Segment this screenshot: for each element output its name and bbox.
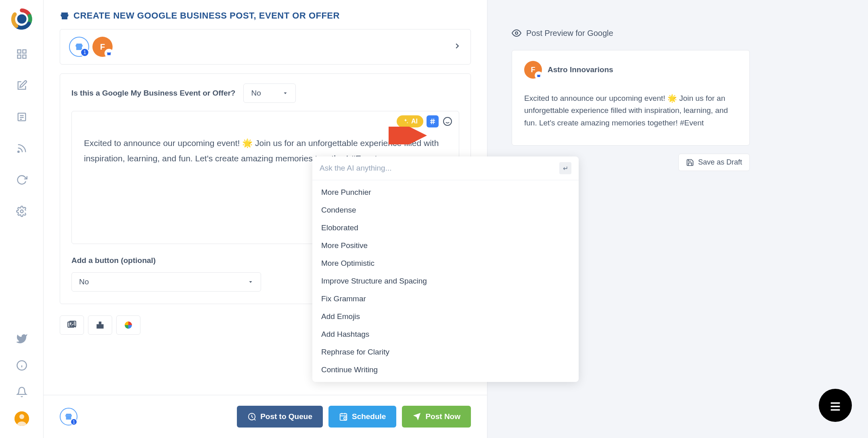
svg-rect-3 xyxy=(17,55,21,58)
ai-dropdown: ↵ More Punchier Condense Eloborated More… xyxy=(312,156,579,382)
ai-option[interactable]: More Optimistic xyxy=(312,254,579,272)
nav-compose[interactable] xyxy=(15,78,29,93)
ai-options-list: More Punchier Condense Eloborated More P… xyxy=(312,180,579,382)
preview-body-text: Excited to announce our upcoming event! … xyxy=(524,92,737,129)
page-title-row: CREATE NEW GOOGLE BUSINESS POST, EVENT O… xyxy=(60,10,471,21)
svg-rect-1 xyxy=(17,50,21,53)
sidebar xyxy=(0,0,44,438)
eye-icon xyxy=(512,28,521,38)
post-to-queue-label: Post to Queue xyxy=(260,412,312,421)
ai-option[interactable]: Condense xyxy=(312,201,579,219)
ai-prompt-input[interactable] xyxy=(320,164,559,173)
hashtag-button[interactable] xyxy=(427,115,439,127)
emoji-button[interactable] xyxy=(442,116,453,127)
preview-card: F Astro Innovarions Excited to announce … xyxy=(512,50,750,146)
preview-account-avatar: F xyxy=(524,61,542,79)
svg-rect-32 xyxy=(99,321,102,324)
ai-submit-button[interactable]: ↵ xyxy=(559,162,571,174)
footer: 1 Post to Queue Schedule Post Now xyxy=(44,395,487,438)
save-draft-label: Save as Draft xyxy=(698,158,742,167)
nav-notifications[interactable] xyxy=(15,385,29,399)
ai-option[interactable]: Fix Grammar xyxy=(312,290,579,308)
svg-rect-43 xyxy=(538,75,540,77)
svg-rect-18 xyxy=(107,53,111,55)
event-offer-select[interactable]: No xyxy=(243,83,296,103)
post-now-label: Post Now xyxy=(425,412,460,421)
footer-account-badge: 1 xyxy=(70,418,77,425)
svg-rect-31 xyxy=(96,324,103,329)
google-business-avatar: 1 xyxy=(69,37,89,57)
ai-option[interactable]: Add Emojis xyxy=(312,308,579,325)
svg-point-30 xyxy=(71,323,73,324)
ai-option[interactable]: Continue Writing xyxy=(312,361,579,379)
app-logo xyxy=(10,7,33,31)
fab-menu-button[interactable] xyxy=(819,389,852,422)
ai-option[interactable]: Improve Structure and Spacing xyxy=(312,272,579,290)
post-now-button[interactable]: Post Now xyxy=(402,406,471,428)
ai-option[interactable]: Rephrase for Clarity xyxy=(312,343,579,361)
preview-header-text: Post Preview for Google xyxy=(526,29,613,38)
account-avatar: F xyxy=(92,37,113,57)
account-count-badge: 1 xyxy=(80,48,89,57)
preview-avatar-letter: F xyxy=(531,66,535,74)
ai-option[interactable]: Eloborated xyxy=(312,219,579,237)
event-offer-label: Is this a Google My Business Event or Of… xyxy=(71,89,235,98)
svg-point-10 xyxy=(20,210,23,213)
nav-news[interactable] xyxy=(15,110,29,124)
account-avatar-letter: F xyxy=(100,42,105,52)
annotation-arrow xyxy=(389,127,429,144)
post-to-queue-button[interactable]: Post to Queue xyxy=(237,406,323,428)
nav-twitter[interactable] xyxy=(15,332,29,346)
editor-toolbar: AI xyxy=(397,115,453,127)
shop-icon xyxy=(60,11,69,21)
save-as-draft-button[interactable]: Save as Draft xyxy=(678,154,750,171)
svg-point-24 xyxy=(443,117,452,125)
add-button-value: No xyxy=(79,277,89,286)
svg-marker-27 xyxy=(249,281,252,283)
preview-header: Post Preview for Google xyxy=(512,28,852,38)
svg-point-15 xyxy=(19,414,24,419)
nav-rss[interactable] xyxy=(15,141,29,156)
schedule-label: Schedule xyxy=(352,412,386,421)
svg-point-0 xyxy=(17,14,26,23)
add-button-select[interactable]: No xyxy=(71,272,261,292)
expand-accounts-icon[interactable] xyxy=(453,42,462,52)
svg-rect-16 xyxy=(62,17,67,19)
nav-refresh[interactable] xyxy=(15,173,29,187)
add-image-button[interactable] xyxy=(60,315,84,335)
svg-point-42 xyxy=(515,32,518,34)
google-photos-button[interactable] xyxy=(116,315,140,335)
user-avatar[interactable] xyxy=(15,411,29,426)
ai-option[interactable]: More Positive xyxy=(312,237,579,254)
account-selector-card[interactable]: 1 F xyxy=(60,29,471,65)
page-title: CREATE NEW GOOGLE BUSINESS POST, EVENT O… xyxy=(73,10,340,21)
add-media-button[interactable] xyxy=(88,315,112,335)
preview-account-name: Astro Innovarions xyxy=(548,65,613,74)
nav-info[interactable] xyxy=(15,358,29,373)
nav-settings[interactable] xyxy=(15,204,29,219)
nav-dashboard[interactable] xyxy=(15,47,29,61)
preview-platform-badge xyxy=(535,71,543,79)
svg-rect-2 xyxy=(23,50,26,53)
svg-rect-4 xyxy=(23,55,26,58)
platform-badge-icon xyxy=(105,49,113,58)
event-offer-value: No xyxy=(251,89,261,98)
footer-account-avatar[interactable]: 1 xyxy=(60,408,77,425)
ai-button[interactable]: AI xyxy=(397,115,423,127)
svg-rect-35 xyxy=(66,417,71,419)
ai-button-label: AI xyxy=(411,118,418,125)
ai-option[interactable]: Add Hashtags xyxy=(312,325,579,343)
svg-line-23 xyxy=(433,119,434,124)
composer-panel: CREATE NEW GOOGLE BUSINESS POST, EVENT O… xyxy=(44,0,487,438)
svg-marker-19 xyxy=(284,92,287,94)
svg-point-9 xyxy=(18,151,19,152)
ai-option[interactable]: More Punchier xyxy=(312,184,579,201)
svg-line-22 xyxy=(431,119,432,124)
schedule-button[interactable]: Schedule xyxy=(328,406,396,428)
